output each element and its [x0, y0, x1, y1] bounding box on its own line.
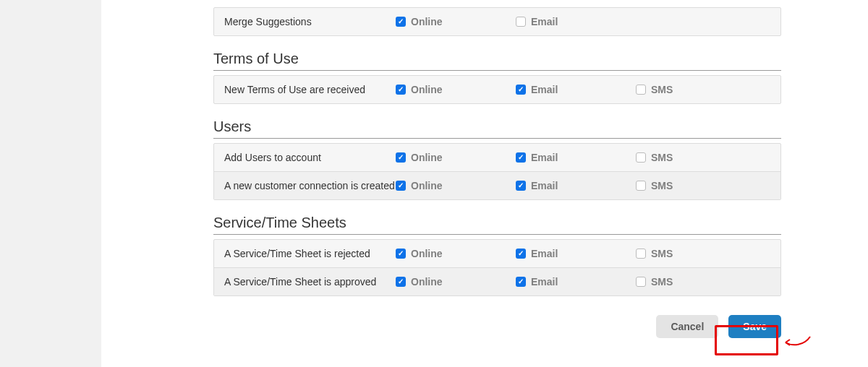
save-button[interactable]: Save	[728, 315, 781, 338]
checkbox-icon: ✓	[396, 249, 406, 259]
footer-buttons: Cancel Save	[213, 315, 781, 338]
checkbox-icon: ✓	[516, 249, 526, 259]
check-online[interactable]: ✓ Online	[396, 16, 446, 27]
cancel-button[interactable]: Cancel	[656, 315, 718, 338]
checkbox-icon: ✓	[516, 85, 526, 95]
check-label-sms: SMS	[651, 180, 673, 191]
check-label-sms: SMS	[651, 152, 673, 163]
checkbox-icon: ✓	[516, 277, 526, 287]
check-label-online: Online	[411, 84, 443, 95]
checkbox-icon: ✓	[516, 181, 526, 191]
check-email[interactable]: ✓ Email	[516, 152, 566, 163]
check-online[interactable]: ✓ Online	[396, 152, 446, 163]
table-row: A new customer connection is created ✓ O…	[214, 171, 780, 199]
section-table: Add Users to account ✓ Online ✓ Email SM…	[213, 143, 781, 200]
checkbox-icon	[636, 181, 646, 191]
check-email[interactable]: ✓ Email	[516, 180, 566, 191]
main-content: Merge Suggestions ✓ Online Email Terms o…	[101, 0, 868, 367]
check-email[interactable]: ✓ Email	[516, 84, 566, 95]
table-row: A Service/Time Sheet is approved ✓ Onlin…	[214, 267, 780, 295]
check-email[interactable]: Email	[516, 16, 566, 27]
check-label-email: Email	[531, 248, 558, 259]
row-checks: ✓ Online Email	[396, 16, 566, 27]
checkbox-icon: ✓	[396, 277, 406, 287]
check-online[interactable]: ✓ Online	[396, 180, 446, 191]
check-label-email: Email	[531, 16, 558, 27]
section-title-users: Users	[213, 118, 781, 139]
checkbox-icon	[636, 85, 646, 95]
row-label: A new customer connection is created	[224, 180, 396, 191]
section-table: New Terms of Use are received ✓ Online ✓…	[213, 75, 781, 104]
check-email[interactable]: ✓ Email	[516, 248, 566, 259]
page: Merge Suggestions ✓ Online Email Terms o…	[0, 0, 868, 367]
checkbox-icon: ✓	[396, 17, 406, 27]
section-title-service: Service/Time Sheets	[213, 215, 781, 235]
sidebar	[0, 0, 101, 367]
check-label-email: Email	[531, 180, 558, 191]
row-checks: ✓ Online ✓ Email SMS	[396, 276, 686, 288]
check-online[interactable]: ✓ Online	[396, 84, 446, 95]
check-label-online: Online	[411, 248, 443, 259]
section-table: A Service/Time Sheet is rejected ✓ Onlin…	[213, 239, 781, 296]
check-label-sms: SMS	[651, 248, 673, 259]
row-checks: ✓ Online ✓ Email SMS	[396, 180, 686, 191]
checkbox-icon	[516, 17, 526, 27]
check-sms[interactable]: SMS	[636, 276, 686, 288]
row-checks: ✓ Online ✓ Email SMS	[396, 84, 686, 95]
checkbox-icon: ✓	[396, 181, 406, 191]
row-checks: ✓ Online ✓ Email SMS	[396, 152, 686, 163]
section-title-terms: Terms of Use	[213, 51, 781, 71]
check-online[interactable]: ✓ Online	[396, 248, 446, 259]
row-label: Merge Suggestions	[224, 16, 396, 27]
check-label-online: Online	[411, 152, 443, 163]
check-label-online: Online	[411, 180, 443, 191]
check-sms[interactable]: SMS	[636, 180, 686, 191]
row-label: Add Users to account	[224, 152, 396, 163]
check-sms[interactable]: SMS	[636, 248, 686, 259]
table-row: A Service/Time Sheet is rejected ✓ Onlin…	[214, 240, 780, 267]
check-label-sms: SMS	[651, 84, 673, 95]
check-online[interactable]: ✓ Online	[396, 276, 446, 288]
checkbox-icon	[636, 152, 646, 163]
table-row: Add Users to account ✓ Online ✓ Email SM…	[214, 144, 780, 171]
row-label: A Service/Time Sheet is rejected	[224, 248, 396, 259]
row-label: A Service/Time Sheet is approved	[224, 276, 396, 288]
checkbox-icon: ✓	[396, 152, 406, 163]
check-label-sms: SMS	[651, 276, 673, 288]
checkbox-icon	[636, 277, 646, 287]
check-label-email: Email	[531, 152, 558, 163]
check-label-online: Online	[411, 276, 443, 288]
check-label-email: Email	[531, 276, 558, 288]
table-row: New Terms of Use are received ✓ Online ✓…	[214, 76, 780, 103]
check-label-online: Online	[411, 16, 443, 27]
check-sms[interactable]: SMS	[636, 152, 686, 163]
check-label-email: Email	[531, 84, 558, 95]
checkbox-icon: ✓	[396, 85, 406, 95]
checkbox-icon	[636, 249, 646, 259]
section-table: Merge Suggestions ✓ Online Email	[213, 7, 781, 36]
row-checks: ✓ Online ✓ Email SMS	[396, 248, 686, 259]
check-email[interactable]: ✓ Email	[516, 276, 566, 288]
check-sms[interactable]: SMS	[636, 84, 686, 95]
table-row: Merge Suggestions ✓ Online Email	[214, 8, 780, 35]
row-label: New Terms of Use are received	[224, 84, 396, 95]
checkbox-icon: ✓	[516, 152, 526, 163]
